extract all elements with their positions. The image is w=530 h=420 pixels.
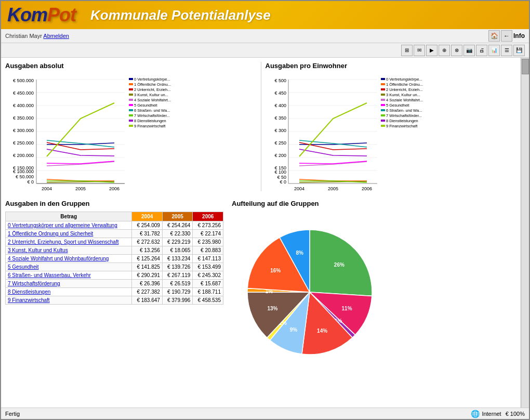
svg-text:4 Soziale Wohlfahrt...: 4 Soziale Wohlfahrt...: [386, 98, 423, 102]
svg-text:6 Straßen- und Wa...: 6 Straßen- und Wa...: [134, 108, 170, 113]
tb-btn-10[interactable]: 💾: [513, 45, 525, 56]
row-2004: € 227.382: [132, 288, 163, 296]
row-label[interactable]: 7 Wirtschaftsförderung: [6, 280, 132, 288]
svg-rect-27: [129, 83, 133, 85]
svg-text:1 Öffentliche Ordnu...: 1 Öffentliche Ordnu...: [386, 82, 423, 87]
svg-text:€ 500: € 500: [274, 78, 286, 83]
col-header-betrag: Betrag: [6, 212, 132, 221]
table-body: 0 Vertretungskörper und allgemeine Verwa…: [6, 221, 223, 305]
table-row: 8 Dienstleistungen € 227.382 € 190.729 €…: [6, 288, 223, 296]
tb-btn-9[interactable]: ☰: [501, 45, 512, 56]
svg-rect-79: [381, 104, 385, 106]
svg-text:€ 200.000: € 200.000: [13, 153, 34, 158]
svg-rect-33: [129, 99, 133, 101]
tb-btn-8[interactable]: 📊: [488, 45, 500, 56]
row-2004: € 125.264: [132, 255, 163, 263]
pie-label-1: 11%: [342, 306, 352, 311]
statusbar: Fertig 🌐 Internet € 100%: [1, 408, 529, 419]
svg-text:€ 350.000: € 350.000: [13, 115, 34, 121]
svg-text:€ 350: € 350: [274, 115, 286, 121]
svg-rect-31: [129, 94, 133, 96]
tb-btn-1[interactable]: ⊞: [401, 45, 413, 56]
svg-rect-39: [129, 114, 133, 116]
row-label[interactable]: 2 Unterricht, Erziehung, Sport und Wisse…: [6, 238, 132, 246]
svg-text:1 Öffentliche Ordnu...: 1 Öffentliche Ordnu...: [134, 82, 171, 87]
pie-label-4: 9%: [290, 327, 298, 333]
logout-link[interactable]: Abmelden: [43, 33, 69, 39]
scrollbar[interactable]: [521, 58, 529, 408]
svg-text:3 Kunst, Kultur un...: 3 Kunst, Kultur un...: [134, 93, 168, 97]
app-title: Kommunale Potentialanlyse: [90, 7, 271, 23]
svg-text:0 Vertretungskörpe...: 0 Vertretungskörpe...: [134, 77, 170, 82]
row-2006: € 20.883: [193, 246, 223, 255]
svg-text:0 Vertretungskörpe...: 0 Vertretungskörpe...: [386, 77, 422, 82]
row-label[interactable]: 9 Finanzwirtschaft: [6, 296, 132, 305]
header: KomPot Kommunale Potentialanlyse: [1, 1, 529, 29]
svg-text:2 Unterricht, Erzieh...: 2 Unterricht, Erzieh...: [386, 87, 422, 92]
internet-badge: 🌐 Internet: [471, 410, 501, 418]
table-row: 1 Öffentliche Ordnung und Sicherheit € 3…: [6, 230, 223, 238]
svg-rect-81: [381, 109, 385, 111]
tb-btn-4[interactable]: ⊕: [439, 45, 450, 56]
svg-text:€ 100.000: € 100.000: [13, 169, 34, 174]
logo: KomPot: [7, 4, 76, 26]
status-left: Fertig: [5, 411, 20, 417]
svg-text:9 Finanzwirtschaft: 9 Finanzwirtschaft: [386, 124, 418, 128]
col-header-2004: 2004: [132, 212, 163, 221]
table-section: Ausgaben in den Gruppen Betrag 2004 2005…: [5, 200, 223, 368]
row-2004: € 254.009: [132, 221, 163, 230]
svg-rect-43: [129, 125, 133, 127]
pie-label-0: 26%: [334, 262, 344, 268]
row-label[interactable]: 5 Gesundheit: [6, 263, 132, 271]
svg-rect-87: [381, 125, 385, 127]
home-icon[interactable]: 🏠: [488, 30, 500, 42]
chart-divider: [261, 62, 261, 191]
pie-title: Aufteilung auf die Gruppen: [232, 200, 516, 207]
svg-text:2004: 2004: [42, 186, 52, 191]
info-icon[interactable]: Info: [513, 30, 525, 42]
row-2004: € 141.825: [132, 263, 163, 271]
col-header-2005: 2005: [162, 212, 193, 221]
globe-icon: 🌐: [471, 410, 480, 418]
svg-text:€ 450.000: € 450.000: [13, 90, 34, 96]
svg-text:5 Gesundheit: 5 Gesundheit: [134, 103, 158, 108]
svg-text:€ 100: € 100: [274, 169, 286, 175]
row-label[interactable]: 0 Vertretungskörper und allgemeine Verwa…: [6, 221, 132, 230]
pie-section: Aufteilung auf die Gruppen 26%11%1%14%9%…: [232, 200, 516, 368]
svg-text:€ 50.000: € 50.000: [16, 174, 34, 179]
row-2004: € 183.647: [132, 296, 163, 305]
svg-rect-83: [381, 114, 385, 116]
topbar: Christian Mayr Abmelden 🏠 ← Info: [1, 29, 529, 43]
svg-text:€ 300.000: € 300.000: [13, 128, 34, 133]
row-label[interactable]: 1 Öffentliche Ordnung und Sicherheit: [6, 230, 132, 238]
row-2005: € 18.065: [162, 246, 193, 255]
row-label[interactable]: 3 Kunst, Kultur und Kultus: [6, 246, 132, 255]
tb-btn-3[interactable]: ▶: [426, 45, 438, 56]
svg-text:9 Finanzwirtschaft: 9 Finanzwirtschaft: [134, 124, 166, 128]
row-label[interactable]: 8 Dienstleistungen: [6, 288, 132, 296]
svg-rect-41: [129, 120, 133, 122]
svg-text:€ 0: € 0: [27, 179, 34, 185]
tb-btn-6[interactable]: 📷: [463, 45, 475, 56]
row-label[interactable]: 6 Straßen- und Wasserbau, Verkehr: [6, 271, 132, 280]
svg-text:2005: 2005: [327, 186, 338, 191]
row-2005: € 267.119: [162, 271, 193, 280]
svg-rect-37: [129, 109, 133, 111]
groups-table: Betrag 2004 2005 2006 0 Vertretungskörpe…: [5, 212, 223, 305]
svg-text:€ 250: € 250: [274, 140, 286, 146]
row-2005: € 229.219: [162, 238, 193, 246]
row-2006: € 235.980: [193, 238, 223, 246]
svg-text:€ 200: € 200: [274, 153, 286, 158]
svg-text:€ 300: € 300: [274, 128, 286, 133]
tb-btn-7[interactable]: 🖨: [476, 45, 487, 56]
svg-text:2006: 2006: [109, 186, 120, 191]
status-text: Fertig: [5, 411, 20, 417]
svg-text:3 Kunst, Kultur un...: 3 Kunst, Kultur un...: [386, 93, 420, 97]
tb-btn-5[interactable]: ⊗: [451, 45, 462, 56]
row-label[interactable]: 4 Soziale Wohlfahrt und Wohnbauförderung: [6, 255, 132, 263]
back-icon[interactable]: ←: [501, 30, 512, 42]
charts-row: Ausgaben absolut € 500.000 € 450.000 € 4…: [5, 62, 516, 191]
svg-rect-77: [381, 99, 385, 101]
tb-btn-2[interactable]: ✉: [414, 45, 425, 56]
svg-text:2006: 2006: [361, 186, 372, 191]
